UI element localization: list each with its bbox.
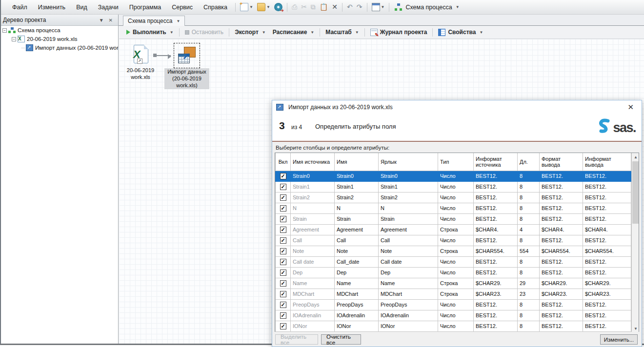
table-cell-source_informat[interactable]: BEST12. <box>474 321 518 331</box>
table-cell-name[interactable]: Strain2 <box>335 192 379 203</box>
column-header[interactable]: Информат источника <box>474 153 518 171</box>
menu-view[interactable]: Вид <box>71 2 93 13</box>
table-row[interactable]: ✓AgreementAgreementAgreementСтрока$CHAR4… <box>276 224 631 235</box>
panel-menu-button[interactable]: ▼ <box>97 18 106 23</box>
menu-file[interactable]: Файл <box>7 2 33 13</box>
table-cell-source_name[interactable]: MDChart <box>291 289 335 299</box>
table-cell-source_informat[interactable]: $CHAR23. <box>474 289 518 299</box>
table-cell-source_name[interactable]: Strain1 <box>291 181 335 192</box>
project-log-button[interactable]: Журнал проекта <box>367 27 431 38</box>
row-checkbox[interactable]: ✓ <box>280 184 286 190</box>
table-cell-source_informat[interactable]: BEST12. <box>474 235 518 246</box>
table-cell-source_informat[interactable]: BEST12. <box>474 299 518 310</box>
menu-tasks[interactable]: Задачи <box>93 2 124 13</box>
table-cell-source_informat[interactable]: BEST12. <box>474 171 518 181</box>
table-cell-source_name[interactable]: Call <box>291 235 335 246</box>
table-cell-length[interactable]: 8 <box>518 310 540 321</box>
table-cell-name[interactable]: MDChart <box>335 289 379 299</box>
table-cell-label[interactable]: Call date <box>379 256 438 267</box>
table-cell-length[interactable]: 4 <box>518 224 540 235</box>
row-checkbox[interactable]: ✓ <box>280 259 286 265</box>
table-cell-output_format[interactable]: $CHAR554. <box>540 246 583 256</box>
table-cell-source_informat[interactable]: BEST12. <box>474 181 518 192</box>
table-cell-output_format[interactable]: BEST12. <box>540 235 583 246</box>
column-header[interactable]: Тип <box>438 153 474 171</box>
run-button[interactable]: Выполнить ▼ <box>123 27 177 37</box>
properties-button[interactable]: Свойства ▼ <box>435 27 486 38</box>
table-cell-output_informat[interactable]: $CHAR554. <box>583 246 631 256</box>
table-cell-type[interactable]: Число <box>438 235 474 246</box>
table-cell-type[interactable]: Число <box>438 213 474 224</box>
table-cell-source_informat[interactable]: BEST12. <box>474 256 518 267</box>
table-cell-length[interactable]: 8 <box>518 181 540 192</box>
table-cell-type[interactable]: Число <box>438 256 474 267</box>
table-cell-type[interactable]: Число <box>438 171 474 181</box>
table-cell-output_informat[interactable]: $CHAR4. <box>583 224 631 235</box>
row-checkbox[interactable]: ✓ <box>280 312 286 319</box>
table-cell-label[interactable]: Agreement <box>379 224 438 235</box>
table-cell-source_name[interactable]: Note <box>291 246 335 256</box>
table-row[interactable]: ✓IONorIONorIONorЧислоBEST12.8BEST12.BEST… <box>276 321 631 331</box>
excel-node-icon[interactable]: X <box>130 45 151 66</box>
table-row[interactable]: ✓IOAdrenalinIOAdrenalinIOAdrenalinЧислоB… <box>276 310 631 321</box>
table-cell-type[interactable]: Число <box>438 192 474 203</box>
table-cell-output_informat[interactable]: BEST12. <box>583 213 631 224</box>
table-cell-source_informat[interactable]: $CHAR4. <box>474 224 518 235</box>
table-row[interactable]: ✓DepDepDepЧислоBEST12.8BEST12.BEST12. <box>276 267 631 278</box>
table-cell-source_name[interactable]: Strain0 <box>291 171 335 181</box>
table-cell-source_informat[interactable]: BEST12. <box>474 310 518 321</box>
row-checkbox[interactable]: ✓ <box>280 227 286 233</box>
table-cell-output_format[interactable]: BEST12. <box>540 267 583 278</box>
table-cell-source_informat[interactable]: $CHAR29. <box>474 278 518 289</box>
table-cell-label[interactable]: Name <box>379 278 438 289</box>
print-button[interactable]: ⎙ <box>290 2 299 12</box>
table-cell-name[interactable]: PreopDays <box>335 299 379 310</box>
table-cell-source_name[interactable]: Strain2 <box>291 192 335 203</box>
table-row[interactable]: ✓CallCallCallЧислоBEST12.8BEST12.BEST12. <box>276 235 631 246</box>
table-row[interactable]: ✓Strain1Strain1Strain1ЧислоBEST12.8BEST1… <box>276 181 631 192</box>
schedule-button[interactable]: Расписание ▼ <box>269 27 318 37</box>
scroll-down-arrow-icon[interactable]: ▼ <box>632 325 639 332</box>
table-cell-source_informat[interactable]: BEST12. <box>474 203 518 213</box>
table-cell-output_format[interactable]: BEST12. <box>540 213 583 224</box>
table-cell-label[interactable]: MDChart <box>379 289 438 299</box>
row-checkbox[interactable]: ✓ <box>280 205 286 212</box>
table-cell-type[interactable]: Число <box>438 321 474 331</box>
table-cell-label[interactable]: N <box>379 203 438 213</box>
table-cell-label[interactable]: PreopDays <box>379 299 438 310</box>
paste-button[interactable]: 📋 <box>318 2 329 12</box>
table-cell-label[interactable]: Note <box>379 246 438 256</box>
column-header[interactable]: Имя <box>335 153 379 171</box>
menu-edit[interactable]: Изменить <box>33 2 71 13</box>
table-cell-source_name[interactable]: Strain <box>291 213 335 224</box>
table-cell-length[interactable]: 8 <box>518 213 540 224</box>
table-vertical-scrollbar[interactable]: ▲ ▼ <box>631 153 639 332</box>
table-cell-name[interactable]: IONor <box>335 321 379 331</box>
table-cell-label[interactable]: Strain <box>379 213 438 224</box>
table-cell-name[interactable]: Dep <box>335 267 379 278</box>
table-cell-length[interactable]: 8 <box>518 192 540 203</box>
table-cell-name[interactable]: Agreement <box>335 224 379 235</box>
table-row[interactable]: ✓MDChartMDChartMDChartСтрока$CHAR23.23$C… <box>276 289 631 299</box>
table-cell-label[interactable]: Dep <box>379 267 438 278</box>
tree-node-import-data[interactable]: Импорт данных (20-06-2019 work.xls) <box>0 43 118 52</box>
table-cell-output_informat[interactable]: BEST12. <box>583 299 631 310</box>
table-cell-label[interactable]: Call <box>379 235 438 246</box>
table-cell-output_format[interactable]: BEST12. <box>540 256 583 267</box>
table-cell-output_format[interactable]: $CHAR29. <box>540 278 583 289</box>
column-header[interactable]: Информат вывода <box>583 153 631 171</box>
menu-help[interactable]: Справка <box>198 2 233 13</box>
table-cell-name[interactable]: Name <box>335 278 379 289</box>
tree-node-process-flow[interactable]: − Схема процесса <box>0 26 118 35</box>
undo-button[interactable]: ↶ <box>345 2 354 12</box>
delete-button[interactable]: ✕ <box>330 2 339 12</box>
table-cell-length[interactable]: 8 <box>518 267 540 278</box>
table-cell-source_name[interactable]: IONor <box>291 321 335 331</box>
table-cell-type[interactable]: Число <box>438 181 474 192</box>
scroll-up-arrow-icon[interactable]: ▲ <box>632 153 639 161</box>
row-checkbox[interactable]: ✓ <box>280 280 286 287</box>
column-header[interactable]: Формат вывода <box>540 153 583 171</box>
table-cell-output_informat[interactable]: BEST12. <box>583 235 631 246</box>
table-cell-name[interactable]: Strain0 <box>335 171 379 181</box>
table-cell-source_informat[interactable]: BEST12. <box>474 192 518 203</box>
